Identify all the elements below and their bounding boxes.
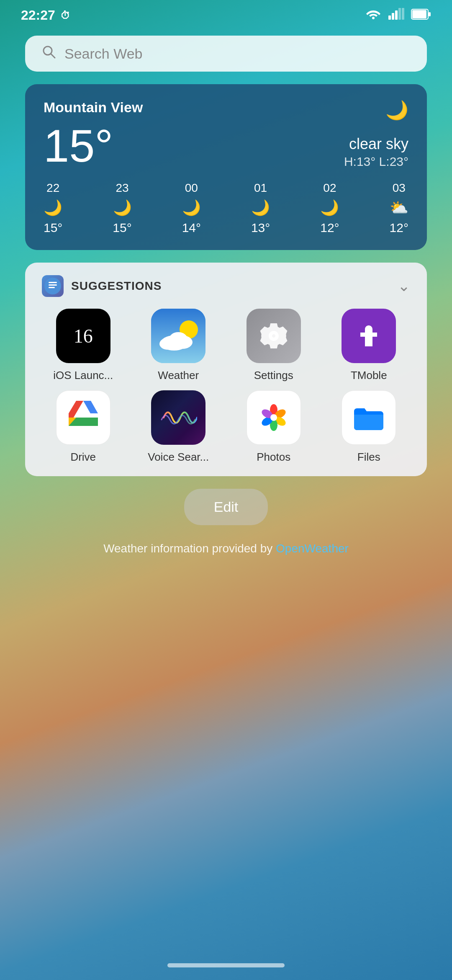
- svg-point-0: [372, 17, 375, 19]
- search-icon: [42, 45, 56, 62]
- app-grid: 16iOS Launc... Weather: [38, 309, 414, 464]
- suggestions-title: SUGGESTIONS: [71, 279, 162, 293]
- battery-icon: [411, 8, 431, 23]
- hour-time: 01: [254, 181, 267, 195]
- weather-main: 15° clear sky H:13° L:23°: [44, 123, 408, 169]
- app-item-drive[interactable]: Drive: [38, 390, 129, 464]
- weather-description: clear sky H:13° L:23°: [344, 135, 408, 169]
- weather-hour-item: 00 🌙 14°: [182, 181, 201, 235]
- home-indicator: [167, 963, 285, 967]
- app-item-ios-launcher[interactable]: 16iOS Launc...: [38, 309, 129, 382]
- svg-rect-14: [49, 282, 57, 283]
- app-name: Drive: [70, 451, 96, 464]
- svg-rect-12: [49, 284, 57, 286]
- app-item-files[interactable]: Files: [324, 390, 415, 464]
- app-item-tmoble[interactable]: TMoble: [324, 309, 415, 382]
- app-name: Settings: [254, 369, 293, 382]
- app-icon-drive: [56, 390, 110, 445]
- app-item-settings[interactable]: Settings: [228, 309, 319, 382]
- status-right: [365, 8, 431, 23]
- svg-rect-7: [412, 10, 426, 18]
- svg-rect-1: [388, 15, 391, 20]
- weather-hour-item: 01 🌙 13°: [251, 181, 270, 235]
- footer-static: Weather information provided by: [103, 542, 276, 555]
- suggestions-header: SUGGESTIONS ⌄: [38, 275, 414, 297]
- app-icon-ios-launcher: 16: [56, 309, 110, 363]
- hour-icon: 🌙: [113, 199, 132, 217]
- svg-point-20: [169, 332, 187, 346]
- app-name: iOS Launc...: [53, 369, 113, 382]
- svg-rect-4: [398, 8, 401, 20]
- search-placeholder: Search Web: [64, 46, 142, 62]
- app-name: Photos: [257, 451, 290, 464]
- app-icon-tmoble: [342, 309, 396, 363]
- hour-icon: 🌙: [320, 199, 339, 217]
- moon-icon: 🌙: [385, 99, 408, 121]
- footer-text: Weather information provided by OpenWeat…: [0, 542, 452, 555]
- app-name: Voice Sear...: [148, 451, 209, 464]
- app-icon-photos: [247, 390, 301, 445]
- search-bar[interactable]: Search Web: [25, 36, 427, 72]
- hour-time: 23: [116, 181, 128, 195]
- app-item-voice-search[interactable]: Voice Sear...: [133, 390, 224, 464]
- hour-temp: 15°: [44, 221, 62, 235]
- openweather-link[interactable]: OpenWeather: [276, 542, 349, 555]
- weather-hour-item: 22 🌙 15°: [44, 181, 62, 235]
- app-item-weather[interactable]: Weather: [133, 309, 224, 382]
- hour-icon: 🌙: [44, 199, 62, 217]
- status-bar: 22:27 ⏱: [0, 0, 452, 27]
- svg-rect-5: [402, 8, 404, 20]
- weather-city: Mountain View: [44, 99, 143, 116]
- hour-icon: 🌙: [251, 199, 270, 217]
- weather-widget: Mountain View 🌙 15° clear sky H:13° L:23…: [25, 84, 427, 250]
- svg-line-10: [51, 54, 55, 58]
- svg-rect-3: [395, 10, 398, 20]
- weather-condition: clear sky: [344, 135, 408, 153]
- app-name: Weather: [158, 369, 199, 382]
- weather-temperature: 15°: [44, 123, 113, 169]
- hour-temp: 14°: [182, 221, 201, 235]
- app-name: TMoble: [351, 369, 387, 382]
- app-icon-weather: [151, 309, 205, 363]
- status-extra-icon: ⏱: [60, 10, 70, 21]
- hour-time: 03: [393, 181, 406, 195]
- weather-hour-item: 02 🌙 12°: [320, 181, 339, 235]
- weather-hour-item: 23 🌙 15°: [113, 181, 131, 235]
- hour-temp: 12°: [320, 221, 339, 235]
- app-icon-settings: [247, 309, 301, 363]
- hour-temp: 15°: [113, 221, 131, 235]
- expand-icon[interactable]: ⌄: [398, 277, 410, 295]
- suggestions-container: SUGGESTIONS ⌄ 16iOS Launc...: [25, 263, 427, 476]
- svg-rect-8: [429, 12, 431, 16]
- signal-icon: [388, 8, 404, 23]
- hour-icon: 🌙: [182, 199, 201, 217]
- edit-button[interactable]: Edit: [184, 489, 268, 525]
- hour-temp: 12°: [390, 221, 408, 235]
- svg-point-11: [44, 278, 61, 294]
- svg-marker-22: [83, 401, 98, 413]
- hour-icon: ⛅: [390, 199, 408, 217]
- hour-time: 02: [323, 181, 336, 195]
- svg-point-34: [270, 414, 277, 421]
- hour-temp: 13°: [251, 221, 270, 235]
- suggestions-title-wrap: SUGGESTIONS: [42, 275, 162, 297]
- app-item-photos[interactable]: Photos: [228, 390, 319, 464]
- svg-rect-2: [392, 13, 394, 20]
- time-display: 22:27: [21, 8, 55, 23]
- svg-point-27: [162, 401, 195, 434]
- status-left: 22:27 ⏱: [21, 8, 70, 23]
- weather-hour-item: 03 ⛅ 12°: [390, 181, 408, 235]
- weather-high-low: H:13° L:23°: [344, 155, 408, 169]
- app-icon-voice-search: [151, 390, 205, 445]
- weather-header: Mountain View 🌙: [44, 99, 408, 121]
- svg-rect-13: [49, 287, 55, 288]
- wifi-icon: [365, 8, 382, 23]
- suggestions-logo: [42, 275, 64, 297]
- app-icon-files: [342, 390, 396, 445]
- weather-hourly: 22 🌙 15° 23 🌙 15° 00 🌙 14° 01 🌙 13° 02 🌙…: [44, 181, 408, 235]
- hour-time: 22: [46, 181, 59, 195]
- app-name: Files: [357, 451, 380, 464]
- hour-time: 00: [185, 181, 198, 195]
